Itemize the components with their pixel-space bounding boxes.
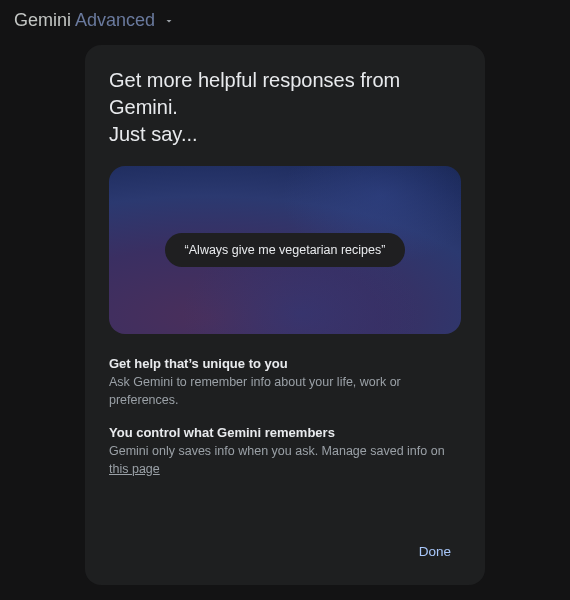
spacer — [109, 494, 461, 536]
manage-info-link[interactable]: this page — [109, 462, 160, 476]
modal-title: Get more helpful responses from Gemini. … — [109, 67, 461, 148]
brand-tier: Advanced — [75, 10, 155, 31]
chevron-down-icon[interactable] — [163, 15, 175, 27]
section-body-prefix: Gemini only saves info when you ask. Man… — [109, 444, 445, 458]
modal-footer: Done — [109, 536, 461, 567]
modal-title-line1: Get more helpful responses from Gemini. — [109, 69, 400, 118]
section-body: Gemini only saves info when you ask. Man… — [109, 443, 461, 478]
info-section-unique: Get help that’s unique to you Ask Gemini… — [109, 356, 461, 409]
modal-title-line2: Just say... — [109, 123, 198, 145]
info-section-control: You control what Gemini remembers Gemini… — [109, 425, 461, 478]
section-title: Get help that’s unique to you — [109, 356, 461, 371]
section-body: Ask Gemini to remember info about your l… — [109, 374, 461, 409]
done-button[interactable]: Done — [409, 536, 461, 567]
onboarding-modal: Get more helpful responses from Gemini. … — [85, 45, 485, 585]
example-chip: “Always give me vegetarian recipes” — [165, 233, 406, 267]
brand-name: Gemini — [14, 10, 71, 31]
hero-illustration: “Always give me vegetarian recipes” — [109, 166, 461, 334]
section-title: You control what Gemini remembers — [109, 425, 461, 440]
app-header: Gemini Advanced — [0, 0, 570, 41]
